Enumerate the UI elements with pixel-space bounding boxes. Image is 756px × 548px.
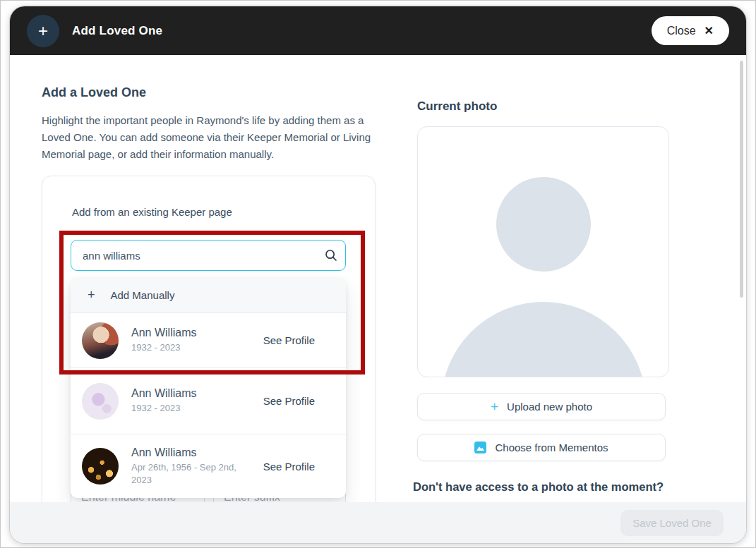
- search-results-dropdown: + Add Manually Ann Williams 1932 - 2023 …: [71, 278, 346, 498]
- search-result-row[interactable]: Ann Williams Apr 26th, 1956 - Sep 2nd, 2…: [71, 434, 346, 498]
- add-loved-one-modal: + Add Loved One Close ✕ Add a Loved One …: [9, 6, 747, 544]
- upload-new-photo-button[interactable]: + Upload new photo: [417, 393, 666, 420]
- choose-from-mementos-label: Choose from Mementos: [495, 442, 608, 453]
- person-silhouette-head-icon: [496, 177, 591, 272]
- search-result-row[interactable]: Ann Williams 1932 - 2023 See Profile: [71, 313, 346, 368]
- close-button-label: Close: [667, 25, 696, 37]
- modal-title: Add Loved One: [72, 24, 162, 38]
- see-profile-link[interactable]: See Profile: [263, 334, 315, 346]
- no-photo-question: Don't have access to a photo at the mome…: [413, 480, 664, 494]
- result-name: Ann Williams: [131, 387, 253, 400]
- choose-from-mementos-button[interactable]: Choose from Mementos: [417, 434, 666, 461]
- mementos-image-icon: [474, 442, 486, 453]
- intro-paragraph: Highlight the important people in Raymon…: [42, 112, 375, 163]
- plus-badge-icon: +: [27, 15, 59, 47]
- current-photo-placeholder: [417, 126, 669, 377]
- page-background: + Add Loved One Close ✕ Add a Loved One …: [0, 0, 756, 548]
- search-icon[interactable]: [317, 248, 345, 262]
- modal-footer: Save Loved One: [10, 502, 746, 543]
- result-name: Ann Williams: [131, 327, 253, 339]
- current-photo-heading: Current photo: [417, 99, 497, 114]
- add-manually-plus-icon: +: [88, 288, 95, 303]
- result-dates: 1932 - 2023: [131, 341, 253, 354]
- see-profile-link[interactable]: See Profile: [263, 461, 315, 473]
- upload-plus-icon: +: [491, 399, 498, 415]
- page-title: Add a Loved One: [42, 85, 146, 100]
- scrollbar-thumb[interactable]: [740, 61, 743, 298]
- result-avatar: [82, 448, 119, 485]
- close-button[interactable]: Close ✕: [652, 16, 729, 45]
- result-dates: 1932 - 2023: [131, 402, 253, 415]
- result-avatar: [82, 383, 119, 420]
- result-name: Ann Williams: [131, 446, 253, 459]
- keeper-search-box: [71, 240, 346, 271]
- add-manually-option[interactable]: + Add Manually: [71, 278, 346, 313]
- save-loved-one-button[interactable]: Save Loved One: [620, 510, 724, 536]
- keeper-search-input[interactable]: [71, 250, 317, 262]
- close-icon: ✕: [704, 24, 714, 37]
- keeper-page-card-label: Add from an existing Keeper page: [72, 206, 232, 218]
- add-manually-label: Add Manually: [111, 289, 175, 301]
- see-profile-link[interactable]: See Profile: [263, 395, 315, 407]
- result-avatar: [82, 322, 119, 359]
- modal-header: + Add Loved One Close ✕: [10, 6, 746, 55]
- person-silhouette-body-icon: [441, 302, 646, 377]
- search-result-row[interactable]: Ann Williams 1932 - 2023 See Profile: [71, 368, 346, 434]
- result-dates: Apr 26th, 1956 - Sep 2nd, 2023: [131, 461, 253, 487]
- upload-new-photo-label: Upload new photo: [507, 401, 592, 413]
